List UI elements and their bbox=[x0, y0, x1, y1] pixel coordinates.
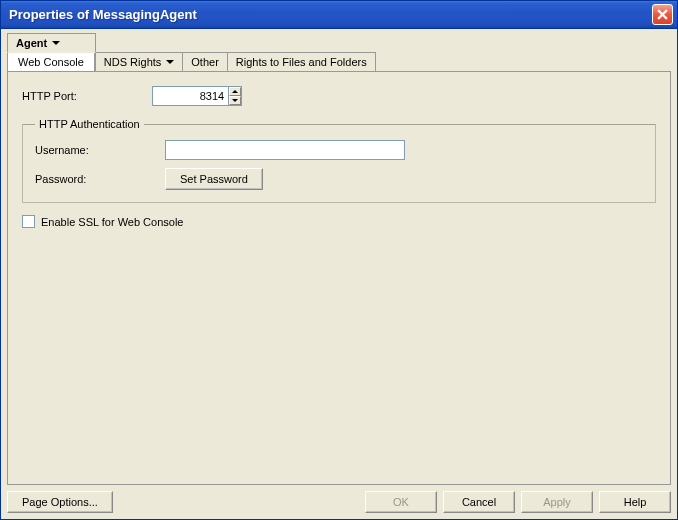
tab-nds-label: NDS Rights bbox=[104, 56, 161, 68]
spin-up-button[interactable] bbox=[229, 87, 241, 96]
password-row: Password: Set Password bbox=[35, 168, 643, 190]
username-row: Username: bbox=[35, 140, 643, 160]
tab-rights-files[interactable]: Rights to Files and Folders bbox=[227, 52, 376, 72]
enable-ssl-checkbox[interactable] bbox=[22, 215, 35, 228]
window-title: Properties of MessagingAgent bbox=[9, 7, 652, 22]
tab-rights-label: Rights to Files and Folders bbox=[236, 56, 367, 68]
tab-content: HTTP Port: HTTP Authentication Username:… bbox=[7, 71, 671, 485]
help-button[interactable]: Help bbox=[599, 491, 671, 513]
enable-ssl-label[interactable]: Enable SSL for Web Console bbox=[41, 216, 183, 228]
client-area: Agent Web Console NDS Rights Other Right… bbox=[1, 29, 677, 519]
tab-agent[interactable]: Agent bbox=[7, 33, 96, 53]
tab-agent-label: Agent bbox=[16, 37, 47, 49]
http-auth-legend: HTTP Authentication bbox=[35, 118, 144, 130]
tab-nds-rights[interactable]: NDS Rights bbox=[95, 52, 183, 72]
set-password-button[interactable]: Set Password bbox=[165, 168, 263, 190]
tab-other-label: Other bbox=[191, 56, 219, 68]
cancel-button[interactable]: Cancel bbox=[443, 491, 515, 513]
ok-button: OK bbox=[365, 491, 437, 513]
arrow-down-icon bbox=[232, 99, 238, 102]
arrow-up-icon bbox=[232, 90, 238, 93]
http-port-label: HTTP Port: bbox=[22, 90, 152, 102]
http-port-input[interactable] bbox=[153, 87, 228, 105]
spinner-buttons bbox=[228, 87, 241, 105]
title-bar[interactable]: Properties of MessagingAgent bbox=[1, 1, 677, 29]
tab-other[interactable]: Other bbox=[182, 52, 228, 72]
http-auth-group: HTTP Authentication Username: Password: … bbox=[22, 118, 656, 203]
close-icon bbox=[657, 9, 668, 20]
apply-button: Apply bbox=[521, 491, 593, 513]
chevron-down-icon bbox=[166, 60, 174, 64]
username-input[interactable] bbox=[165, 140, 405, 160]
password-label: Password: bbox=[35, 173, 165, 185]
dialog-footer: Page Options... OK Cancel Apply Help bbox=[7, 485, 671, 513]
http-port-row: HTTP Port: bbox=[22, 86, 656, 106]
tab-strip: Agent Web Console NDS Rights Other Right… bbox=[7, 33, 671, 72]
http-port-spinner bbox=[152, 86, 242, 106]
subtab-label: Web Console bbox=[18, 56, 84, 68]
spin-down-button[interactable] bbox=[229, 96, 241, 105]
chevron-down-icon bbox=[52, 41, 60, 45]
subtab-web-console[interactable]: Web Console bbox=[7, 53, 95, 72]
enable-ssl-row: Enable SSL for Web Console bbox=[22, 215, 656, 228]
username-label: Username: bbox=[35, 144, 165, 156]
page-options-button[interactable]: Page Options... bbox=[7, 491, 113, 513]
close-button[interactable] bbox=[652, 4, 673, 25]
window-frame: Properties of MessagingAgent Agent Web C… bbox=[0, 0, 678, 520]
content-spacer bbox=[22, 228, 656, 474]
